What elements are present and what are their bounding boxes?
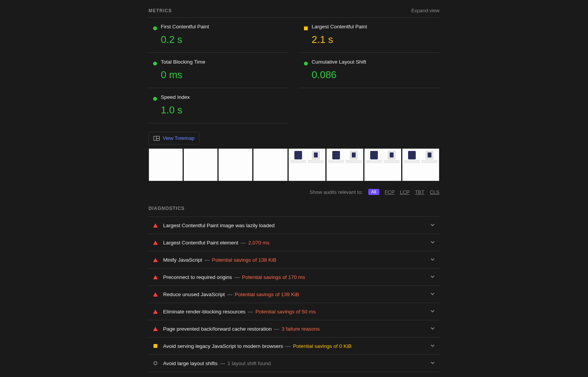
audit-filter-option[interactable]: LCP	[400, 189, 410, 195]
metrics-header: METRICS Expand view	[149, 8, 439, 18]
warning-icon	[153, 241, 158, 245]
filmstrip-frame[interactable]	[402, 148, 439, 181]
warning-icon	[153, 275, 158, 279]
filmstrip-frame[interactable]	[218, 148, 253, 181]
filmstrip-frame[interactable]	[253, 148, 287, 181]
chevron-down-icon	[430, 292, 435, 297]
filmstrip	[149, 148, 439, 181]
diagnostic-title: Largest Contentful Paint element	[163, 240, 238, 246]
audit-filter-option[interactable]: TBT	[415, 189, 425, 195]
diagnostic-title: Eliminate render-blocking resources	[163, 309, 245, 315]
metric-label: Total Blocking Time	[161, 59, 289, 65]
chevron-down-icon	[430, 257, 435, 263]
diagnostic-row[interactable]: Minify JavaScript — Potential savings of…	[149, 251, 439, 269]
diagnostic-detail: 2,070 ms	[248, 240, 270, 246]
filmstrip-frame[interactable]	[288, 148, 326, 181]
filmstrip-frame[interactable]	[326, 148, 364, 181]
filmstrip-frame[interactable]	[364, 148, 402, 181]
chevron-down-icon	[430, 240, 435, 246]
info-icon	[154, 361, 157, 365]
metric-label: First Contentful Paint	[161, 24, 289, 30]
warning-icon	[153, 292, 158, 297]
status-dot	[153, 97, 157, 101]
metric-item: Total Blocking Time0 ms	[149, 53, 289, 88]
diagnostic-title: Avoid large layout shifts	[163, 361, 217, 366]
filmstrip-frame[interactable]	[183, 148, 218, 181]
filmstrip-frame[interactable]	[149, 148, 183, 181]
diagnostic-title: Page prevented back/forward cache restor…	[163, 326, 272, 332]
diagnostic-detail: 3 failure reasons	[281, 326, 320, 332]
diagnostic-row[interactable]: Largest Contentful Paint element — 2,070…	[149, 234, 439, 251]
view-treemap-button[interactable]: View Treemap	[149, 132, 199, 144]
warning-icon	[153, 327, 158, 331]
diagnostic-row[interactable]: Largest Contentful Paint image was lazil…	[149, 216, 439, 234]
diagnostic-detail: Potential savings of 50 ms	[255, 309, 316, 315]
diagnostic-title: Avoid serving legacy JavaScript to moder…	[163, 343, 283, 349]
chevron-down-icon	[430, 309, 435, 315]
diagnostic-row[interactable]: Avoid serving legacy JavaScript to moder…	[149, 338, 439, 355]
diagnostic-row[interactable]: Preconnect to required origins — Potenti…	[149, 269, 439, 286]
caution-icon	[154, 344, 157, 348]
metric-label: Speed Index	[161, 94, 289, 100]
metric-item: Cumulative Layout Shift0.086	[299, 53, 439, 88]
audit-filter-option[interactable]: All	[368, 189, 379, 195]
chevron-down-icon	[430, 343, 435, 349]
diagnostic-row[interactable]: Eliminate render-blocking resources — Po…	[149, 303, 439, 320]
diagnostic-title: Preconnect to required origins	[163, 274, 232, 280]
warning-icon	[153, 258, 158, 262]
warning-icon	[153, 310, 158, 314]
diagnostic-row[interactable]: Reduce unused JavaScript — Potential sav…	[149, 286, 439, 303]
audit-filter-option[interactable]: FCP	[385, 189, 395, 195]
status-dot	[304, 62, 308, 66]
diagnostic-detail: Potential savings of 139 KiB	[235, 292, 299, 297]
status-dot	[153, 62, 157, 66]
expand-view-link[interactable]: Expand view	[411, 8, 439, 13]
diagnostic-title: Reduce unused JavaScript	[163, 292, 225, 297]
status-dot	[304, 26, 308, 30]
metric-value: 2.1 s	[312, 34, 439, 46]
diagnostics-list: Largest Contentful Paint image was lazil…	[149, 216, 439, 372]
diagnostic-detail: Potential savings of 0 KiB	[293, 343, 351, 349]
chevron-down-icon	[430, 223, 435, 228]
treemap-icon	[154, 136, 160, 141]
status-dot	[153, 26, 157, 30]
metrics-title: METRICS	[149, 8, 172, 13]
metric-value: 1.0 s	[161, 104, 289, 116]
audit-filter: Show audits relevant to: AllFCPLCPTBTCLS	[149, 189, 439, 195]
diagnostic-title: Largest Contentful Paint image was lazil…	[163, 223, 274, 228]
diagnostic-row[interactable]: Avoid large layout shifts — 1 layout shi…	[149, 355, 439, 372]
view-treemap-label: View Treemap	[163, 135, 194, 141]
metric-value: 0.2 s	[161, 34, 289, 46]
chevron-down-icon	[430, 326, 435, 332]
chevron-down-icon	[430, 274, 435, 280]
metrics-grid: First Contentful Paint0.2 sLargest Conte…	[149, 18, 439, 123]
audit-filter-label: Show audits relevant to:	[310, 189, 363, 195]
metric-item: Speed Index1.0 s	[149, 88, 289, 123]
metric-item: First Contentful Paint0.2 s	[149, 18, 289, 53]
audit-filter-option[interactable]: CLS	[430, 189, 439, 195]
metric-value: 0.086	[312, 69, 439, 81]
diagnostic-row[interactable]: Page prevented back/forward cache restor…	[149, 320, 439, 338]
metric-value: 0 ms	[161, 69, 289, 81]
metric-label: Cumulative Layout Shift	[312, 59, 439, 65]
diagnostic-detail: 1 layout shift found	[227, 361, 271, 366]
chevron-down-icon	[430, 361, 435, 366]
diagnostics-title: DIAGNOSTICS	[149, 206, 439, 211]
metric-label: Largest Contentful Paint	[312, 24, 439, 30]
metric-item: Largest Contentful Paint2.1 s	[299, 18, 439, 53]
diagnostic-detail: Potential savings of 138 KiB	[212, 257, 276, 263]
diagnostic-detail: Potential savings of 170 ms	[242, 274, 305, 280]
warning-icon	[153, 223, 158, 228]
diagnostic-title: Minify JavaScript	[163, 257, 202, 263]
